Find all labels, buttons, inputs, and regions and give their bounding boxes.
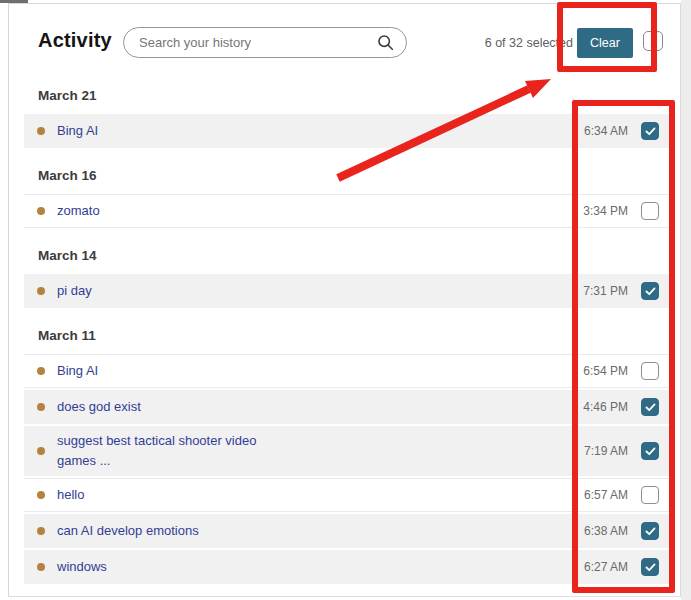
search-box[interactable] <box>123 27 407 58</box>
selection-status: 6 of 32 selected <box>420 36 573 50</box>
timestamp: 6:57 AM <box>584 488 628 502</box>
activity-history-panel: Activity 6 of 32 selected Clear March 21… <box>0 0 691 600</box>
page-border-top <box>8 3 681 4</box>
history-entry-link[interactable]: zomato <box>57 201 100 221</box>
row-checkbox[interactable] <box>641 522 659 540</box>
date-rows: Bing AI 6:34 AM <box>24 114 672 148</box>
history-row: Bing AI 6:54 PM <box>24 354 672 388</box>
check-icon <box>645 403 656 412</box>
bullet-icon <box>37 447 45 455</box>
bullet-icon <box>37 527 45 535</box>
date-rows: Bing AI 6:54 PM does god exist 4:46 PM s… <box>24 354 672 584</box>
history-entry-link[interactable]: can AI develop emotions <box>57 521 199 541</box>
search-icon[interactable] <box>377 34 394 51</box>
timestamp: 7:19 AM <box>584 444 628 458</box>
row-checkbox[interactable] <box>641 122 659 140</box>
timestamp: 6:27 AM <box>584 560 628 574</box>
bullet-icon <box>37 403 45 411</box>
bullet-icon <box>37 287 45 295</box>
bullet-icon <box>37 127 45 135</box>
row-checkbox[interactable] <box>641 282 659 300</box>
date-heading: March 16 <box>38 168 672 184</box>
timestamp: 6:38 AM <box>584 524 628 538</box>
history-row: zomato 3:34 PM <box>24 194 672 228</box>
check-icon <box>645 563 656 572</box>
bullet-icon <box>37 491 45 499</box>
date-section: March 16 zomato 3:34 PM <box>24 168 672 228</box>
history-row: windows 6:27 AM <box>24 550 672 584</box>
clear-button[interactable]: Clear <box>577 28 633 58</box>
row-checkbox[interactable] <box>641 486 659 504</box>
date-heading: March 11 <box>38 328 672 344</box>
date-section: March 14 pi day 7:31 PM <box>24 248 672 308</box>
date-section: March 11 Bing AI 6:54 PM does god exist … <box>24 328 672 584</box>
date-rows: pi day 7:31 PM <box>24 274 672 308</box>
history-row: Bing AI 6:34 AM <box>24 114 672 148</box>
date-section: March 21 Bing AI 6:34 AM <box>24 88 672 148</box>
history-row: suggest best tactical shooter video game… <box>24 426 672 476</box>
timestamp: 7:31 PM <box>583 284 628 298</box>
bullet-icon <box>37 207 45 215</box>
date-heading: March 21 <box>38 88 672 104</box>
page-title: Activity <box>38 29 112 52</box>
history-entry-link[interactable]: windows <box>57 557 107 577</box>
history-entry-link[interactable]: does god exist <box>57 397 141 417</box>
history-entry-link[interactable]: Bing AI <box>57 361 98 381</box>
history-entry-link[interactable]: hello <box>57 485 84 505</box>
scrollbar-track <box>681 0 691 600</box>
check-icon <box>645 447 656 456</box>
row-checkbox[interactable] <box>641 202 659 220</box>
row-checkbox[interactable] <box>641 362 659 380</box>
history-row: hello 6:57 AM <box>24 478 672 512</box>
history-entry-link[interactable]: pi day <box>57 281 92 301</box>
check-icon <box>645 127 656 136</box>
history-row: does god exist 4:46 PM <box>24 390 672 424</box>
select-all-checkbox[interactable] <box>643 31 663 51</box>
bullet-icon <box>37 563 45 571</box>
row-checkbox[interactable] <box>641 442 659 460</box>
row-checkbox[interactable] <box>641 558 659 576</box>
search-input[interactable] <box>139 35 377 50</box>
bullet-icon <box>37 367 45 375</box>
row-checkbox[interactable] <box>641 398 659 416</box>
history-entry-link[interactable]: suggest best tactical shooter video game… <box>57 431 285 471</box>
date-rows: zomato 3:34 PM <box>24 194 672 228</box>
date-heading: March 14 <box>38 248 672 264</box>
timestamp: 6:54 PM <box>583 364 628 378</box>
history-list: March 21 Bing AI 6:34 AM March 16 zomato… <box>24 80 672 586</box>
timestamp: 6:34 AM <box>584 124 628 138</box>
history-row: can AI develop emotions 6:38 AM <box>24 514 672 548</box>
check-icon <box>645 287 656 296</box>
timestamp: 4:46 PM <box>583 400 628 414</box>
page-border-bottom <box>8 596 681 597</box>
timestamp: 3:34 PM <box>583 204 628 218</box>
history-row: pi day 7:31 PM <box>24 274 672 308</box>
page-border-left <box>8 3 9 597</box>
check-icon <box>645 527 656 536</box>
history-entry-link[interactable]: Bing AI <box>57 121 98 141</box>
